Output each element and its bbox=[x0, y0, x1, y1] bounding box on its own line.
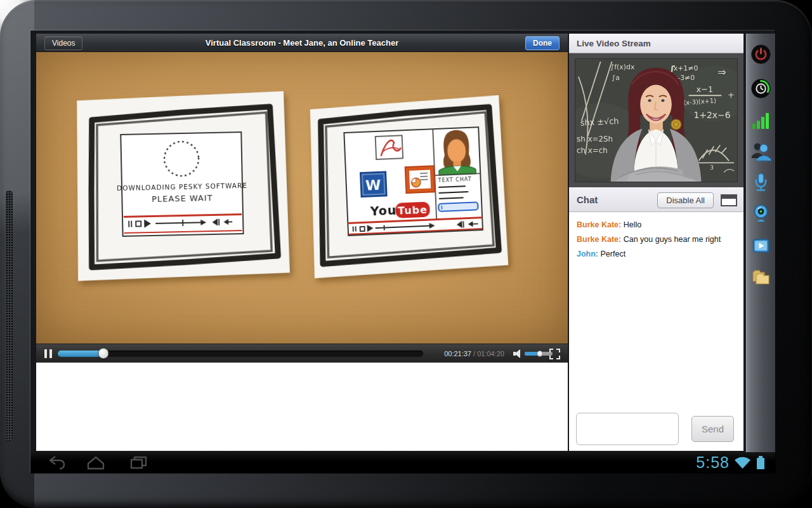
seek-thumb[interactable] bbox=[98, 348, 109, 359]
home-button[interactable] bbox=[86, 455, 105, 470]
time-display: 00:21:37 / 01:04:20 bbox=[427, 344, 504, 363]
sketch-downloading-screen: DOWNLOADING PESKY SOFTWARE PLEASE WAIT bbox=[72, 89, 292, 283]
word-letter: W bbox=[365, 177, 382, 194]
svg-text:3: 3 bbox=[710, 164, 714, 171]
youtube-tube: Tube bbox=[398, 204, 428, 217]
time-separator: / bbox=[471, 350, 477, 358]
player-controls: 00:21:37 / 01:04:20 bbox=[36, 344, 568, 363]
chat-input[interactable] bbox=[576, 413, 679, 445]
video-player-app: Virtual Classroom - Meet Jane, an Online… bbox=[36, 34, 568, 451]
live-video-stream[interactable]: ∫f(x)dx ∫a { x+1≠0 x-3≠0 ⇒ x−1 (x-3)(x+1… bbox=[569, 53, 743, 187]
recent-apps-button[interactable] bbox=[129, 455, 148, 470]
page-title: Virtual Classroom - Meet Jane, an Online… bbox=[36, 34, 568, 52]
speaker-icon[interactable] bbox=[513, 349, 522, 358]
svg-text:⇒: ⇒ bbox=[717, 66, 726, 78]
fullscreen-button[interactable] bbox=[549, 349, 560, 359]
sketch-classroom-ui: W bbox=[304, 92, 511, 282]
chat-message: John: Perfect bbox=[577, 250, 736, 258]
wifi-icon[interactable] bbox=[734, 457, 751, 469]
youtube-you: You bbox=[369, 203, 396, 218]
svg-text:1+2x−6: 1+2x−6 bbox=[694, 110, 731, 120]
screen: Virtual Classroom - Meet Jane, an Online… bbox=[30, 30, 775, 473]
microphone-icon[interactable] bbox=[750, 171, 771, 192]
sketch-chat-input bbox=[438, 202, 478, 211]
clock-icon[interactable] bbox=[750, 78, 771, 99]
seek-fill bbox=[58, 351, 103, 357]
android-system-bar: 5:58 bbox=[30, 452, 775, 473]
teacher-webcam-image: ∫f(x)dx ∫a { x+1≠0 x-3≠0 ⇒ x−1 (x-3)(x+1… bbox=[575, 58, 738, 182]
svg-text:+: + bbox=[728, 90, 735, 100]
total-time: 01:04:20 bbox=[477, 350, 504, 358]
sketch-caption-line2: PLEASE WAIT bbox=[152, 193, 213, 204]
chat-messages-area: Burke Kate: Hello Burke Kate: Can you gu… bbox=[569, 212, 743, 451]
side-toolbar bbox=[745, 34, 775, 452]
status-clock[interactable]: 5:58 bbox=[696, 453, 730, 472]
signal-icon[interactable] bbox=[750, 110, 771, 131]
tablet-photo: Virtual Classroom - Meet Jane, an Online… bbox=[0, 0, 812, 508]
video-player-icon[interactable] bbox=[750, 236, 771, 257]
live-video-stream-header: Live Video Stream bbox=[569, 34, 743, 53]
battery-icon[interactable] bbox=[756, 456, 765, 469]
chat-message: Burke Kate: Can you guys hear me right bbox=[577, 235, 736, 244]
current-time: 00:21:37 bbox=[444, 350, 471, 358]
svg-text:sh x=2Sh: sh x=2Sh bbox=[577, 135, 613, 144]
power-icon[interactable] bbox=[750, 44, 771, 65]
chat-title: Chat bbox=[577, 188, 598, 212]
speaker-grille bbox=[6, 190, 13, 441]
chat-message: Burke Kate: Hello bbox=[577, 220, 736, 229]
svg-text:∫f(x)dx: ∫f(x)dx bbox=[611, 63, 635, 71]
participants-icon[interactable] bbox=[750, 140, 771, 161]
popout-window-icon[interactable] bbox=[721, 194, 737, 206]
back-button[interactable] bbox=[48, 455, 67, 470]
files-icon[interactable] bbox=[750, 267, 771, 288]
volume-slider[interactable] bbox=[525, 352, 553, 356]
powerpoint-icon bbox=[405, 166, 435, 193]
side-panel: Live Video Stream bbox=[569, 34, 743, 451]
svg-text:shx ±√ch: shx ±√ch bbox=[580, 116, 619, 128]
svg-text:x−1: x−1 bbox=[697, 84, 714, 94]
send-button[interactable]: Send bbox=[691, 416, 734, 442]
seek-bar[interactable] bbox=[58, 351, 423, 357]
svg-text:x+1≠0: x+1≠0 bbox=[674, 64, 698, 72]
word-icon: W bbox=[360, 171, 387, 197]
video-frame[interactable]: DOWNLOADING PESKY SOFTWARE PLEASE WAIT bbox=[36, 52, 568, 344]
webcam-icon[interactable] bbox=[750, 203, 771, 224]
volume-thumb[interactable] bbox=[537, 351, 543, 357]
volume-control bbox=[513, 344, 572, 363]
done-button[interactable]: Done bbox=[525, 36, 560, 50]
pause-button[interactable] bbox=[44, 349, 52, 358]
svg-text:ch x=ch: ch x=ch bbox=[577, 146, 608, 155]
titlebar: Virtual Classroom - Meet Jane, an Online… bbox=[36, 34, 568, 52]
tablet-bezel: Virtual Classroom - Meet Jane, an Online… bbox=[0, 0, 812, 508]
svg-text:∫a: ∫a bbox=[612, 74, 620, 82]
chat-header: Chat Disable All bbox=[569, 187, 743, 212]
videos-button[interactable]: Videos bbox=[44, 36, 82, 50]
youtube-logo: You Tube bbox=[369, 202, 430, 220]
chat-messages-list: Burke Kate: Hello Burke Kate: Can you gu… bbox=[569, 212, 743, 258]
disable-all-button[interactable]: Disable All bbox=[657, 192, 714, 208]
pdf-icon bbox=[376, 135, 403, 159]
